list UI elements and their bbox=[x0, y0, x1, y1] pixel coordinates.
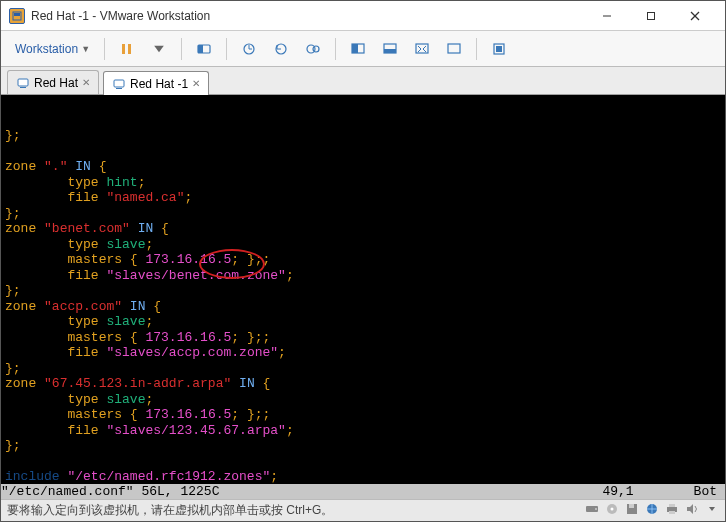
power-dropdown-button[interactable] bbox=[145, 35, 173, 63]
sound-icon[interactable] bbox=[685, 502, 699, 519]
svg-rect-3 bbox=[648, 12, 655, 19]
svg-rect-28 bbox=[116, 88, 122, 89]
stretch-guest-button[interactable] bbox=[408, 35, 436, 63]
snapshot-manager-button[interactable] bbox=[299, 35, 327, 63]
snapshot-take-button[interactable] bbox=[235, 35, 263, 63]
vim-status-line: "/etc/named.conf" 56L, 1225C 49,1 Bot bbox=[1, 484, 725, 499]
vim-cursor-pos: 49,1 bbox=[602, 484, 693, 499]
vm-tab-icon bbox=[16, 76, 30, 90]
vm-tab-label: Red Hat bbox=[34, 76, 78, 90]
svg-marker-40 bbox=[709, 507, 715, 511]
vim-status-left: "/etc/named.conf" 56L, 1225C bbox=[1, 484, 219, 499]
network-icon[interactable] bbox=[645, 502, 659, 519]
toolbar-separator bbox=[476, 38, 477, 60]
terminal-line: }; bbox=[5, 206, 721, 222]
svg-rect-10 bbox=[198, 45, 203, 53]
vm-tab-redhat-1[interactable]: Red Hat -1 ✕ bbox=[103, 71, 209, 95]
svg-point-16 bbox=[313, 46, 319, 52]
terminal-line bbox=[5, 454, 721, 470]
floppy-icon[interactable] bbox=[625, 502, 639, 519]
tab-close-icon[interactable]: ✕ bbox=[82, 77, 90, 88]
terminal-line: zone "." IN { bbox=[5, 159, 721, 175]
maximize-button[interactable] bbox=[629, 2, 673, 30]
svg-rect-24 bbox=[496, 46, 502, 52]
terminal-line: type slave; bbox=[5, 314, 721, 330]
svg-marker-8 bbox=[154, 45, 164, 51]
svg-rect-37 bbox=[669, 504, 675, 507]
terminal-line: type hint; bbox=[5, 175, 721, 191]
svg-rect-22 bbox=[448, 44, 460, 53]
tab-close-icon[interactable]: ✕ bbox=[192, 78, 200, 89]
terminal-line: include "/etc/named.rfc1912.zones"; bbox=[5, 469, 721, 484]
svg-rect-38 bbox=[669, 511, 675, 514]
device-tray bbox=[585, 502, 719, 519]
svg-rect-25 bbox=[18, 79, 28, 86]
toolbar: Workstation ▼ bbox=[1, 31, 725, 67]
terminal-line: file "slaves/123.45.67.arpa"; bbox=[5, 423, 721, 439]
toolbar-separator bbox=[181, 38, 182, 60]
printer-icon[interactable] bbox=[665, 502, 679, 519]
terminal-line: }; bbox=[5, 361, 721, 377]
terminal-line: file "named.ca"; bbox=[5, 190, 721, 206]
unity-mode-button[interactable] bbox=[485, 35, 513, 63]
svg-marker-39 bbox=[687, 504, 693, 514]
terminal-line: zone "benet.com" IN { bbox=[5, 221, 721, 237]
vm-tab-redhat[interactable]: Red Hat ✕ bbox=[7, 70, 99, 94]
window-title: Red Hat -1 - VMware Workstation bbox=[31, 9, 210, 23]
terminal-line: }; bbox=[5, 128, 721, 144]
chevron-down-icon: ▼ bbox=[81, 44, 90, 54]
view-thumbnails-button[interactable] bbox=[376, 35, 404, 63]
workstation-menu-label: Workstation bbox=[15, 42, 78, 56]
svg-rect-7 bbox=[128, 44, 131, 54]
toolbar-separator bbox=[226, 38, 227, 60]
vim-scroll-pos: Bot bbox=[694, 484, 725, 499]
guest-terminal[interactable]: }; zone "." IN { type hint; file "named.… bbox=[1, 95, 725, 484]
close-button[interactable] bbox=[673, 2, 717, 30]
terminal-line: masters { 173.16.16.5; };; bbox=[5, 407, 721, 423]
hdd-icon[interactable] bbox=[585, 502, 599, 519]
svg-point-32 bbox=[611, 508, 614, 511]
svg-rect-6 bbox=[122, 44, 125, 54]
terminal-line: file "slaves/benet.com.zone"; bbox=[5, 268, 721, 284]
svg-rect-20 bbox=[384, 49, 396, 53]
vm-tab-icon bbox=[112, 77, 126, 91]
svg-rect-1 bbox=[14, 13, 20, 16]
vmware-app-icon bbox=[9, 8, 25, 24]
svg-rect-27 bbox=[114, 80, 124, 87]
terminal-line bbox=[5, 144, 721, 160]
terminal-line: masters { 173.16.16.5; };; bbox=[5, 252, 721, 268]
svg-rect-34 bbox=[629, 504, 634, 508]
svg-rect-18 bbox=[352, 44, 358, 53]
svg-point-30 bbox=[595, 508, 597, 510]
terminal-line: file "slaves/accp.com.zone"; bbox=[5, 345, 721, 361]
terminal-line: type slave; bbox=[5, 392, 721, 408]
pause-button[interactable] bbox=[113, 35, 141, 63]
vm-tabbar: Red Hat ✕ Red Hat -1 ✕ bbox=[1, 67, 725, 95]
toolbar-separator bbox=[104, 38, 105, 60]
tray-more-icon[interactable] bbox=[705, 502, 719, 519]
terminal-line: }; bbox=[5, 283, 721, 299]
cd-icon[interactable] bbox=[605, 502, 619, 519]
terminal-line: masters { 173.16.16.5; };; bbox=[5, 330, 721, 346]
terminal-line: }; bbox=[5, 438, 721, 454]
minimize-button[interactable] bbox=[585, 2, 629, 30]
view-console-button[interactable] bbox=[344, 35, 372, 63]
svg-rect-26 bbox=[20, 87, 26, 88]
fullscreen-button[interactable] bbox=[440, 35, 468, 63]
vm-tab-label: Red Hat -1 bbox=[130, 77, 188, 91]
terminal-line: zone "accp.com" IN { bbox=[5, 299, 721, 315]
toolbar-separator bbox=[335, 38, 336, 60]
window-titlebar: Red Hat -1 - VMware Workstation bbox=[1, 1, 725, 31]
vmware-statusbar: 要将输入定向到该虚拟机，请在虚拟机内部单击或按 Ctrl+G。 bbox=[1, 499, 725, 521]
terminal-line: type slave; bbox=[5, 237, 721, 253]
workstation-menu[interactable]: Workstation ▼ bbox=[9, 38, 96, 60]
terminal-line: zone "67.45.123.in-addr.arpa" IN { bbox=[5, 376, 721, 392]
input-hint-message: 要将输入定向到该虚拟机，请在虚拟机内部单击或按 Ctrl+G。 bbox=[7, 502, 585, 519]
send-ctrl-alt-del-button[interactable] bbox=[190, 35, 218, 63]
snapshot-revert-button[interactable] bbox=[267, 35, 295, 63]
